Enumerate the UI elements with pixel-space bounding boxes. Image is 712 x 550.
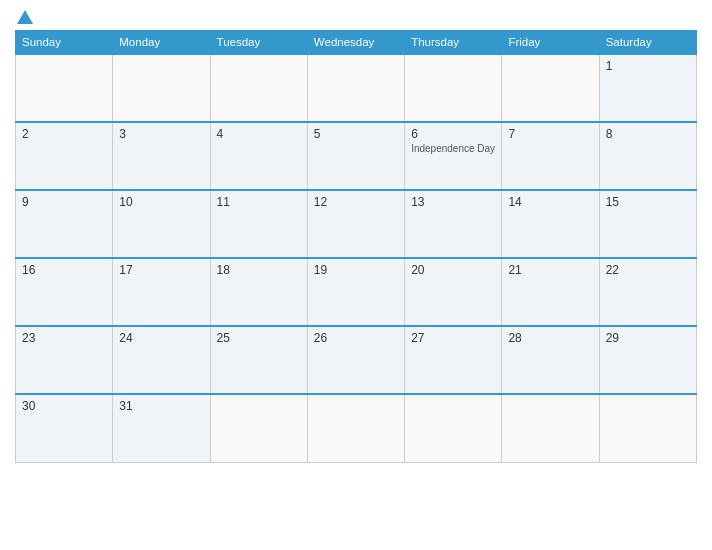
- day-number: 12: [314, 195, 398, 209]
- calendar-day-cell: 1: [599, 54, 696, 122]
- calendar-day-cell: 26: [307, 326, 404, 394]
- calendar-day-cell: [210, 394, 307, 462]
- calendar-day-cell: 5: [307, 122, 404, 190]
- calendar-day-cell: 28: [502, 326, 599, 394]
- weekday-header: Wednesday: [307, 31, 404, 55]
- calendar-day-cell: 18: [210, 258, 307, 326]
- calendar-day-cell: 7: [502, 122, 599, 190]
- day-number: 9: [22, 195, 106, 209]
- event-label: Independence Day: [411, 143, 495, 154]
- day-number: 3: [119, 127, 203, 141]
- day-number: 20: [411, 263, 495, 277]
- day-number: 19: [314, 263, 398, 277]
- day-number: 27: [411, 331, 495, 345]
- calendar-day-cell: [502, 54, 599, 122]
- calendar-day-cell: [210, 54, 307, 122]
- day-number: 24: [119, 331, 203, 345]
- day-number: 31: [119, 399, 203, 413]
- calendar-day-cell: 4: [210, 122, 307, 190]
- calendar-day-cell: 27: [405, 326, 502, 394]
- calendar-day-cell: 23: [16, 326, 113, 394]
- calendar-day-cell: [405, 54, 502, 122]
- calendar-day-cell: 30: [16, 394, 113, 462]
- calendar-day-cell: 14: [502, 190, 599, 258]
- calendar-page: SundayMondayTuesdayWednesdayThursdayFrid…: [0, 0, 712, 550]
- calendar-body: 123456Independence Day789101112131415161…: [16, 54, 697, 462]
- calendar-day-cell: 3: [113, 122, 210, 190]
- calendar-day-cell: 13: [405, 190, 502, 258]
- weekday-header: Friday: [502, 31, 599, 55]
- calendar-day-cell: 20: [405, 258, 502, 326]
- calendar-day-cell: 31: [113, 394, 210, 462]
- calendar-day-cell: [16, 54, 113, 122]
- calendar-day-cell: 17: [113, 258, 210, 326]
- calendar-day-cell: 15: [599, 190, 696, 258]
- day-number: 29: [606, 331, 690, 345]
- calendar-day-cell: [113, 54, 210, 122]
- day-number: 13: [411, 195, 495, 209]
- calendar-day-cell: 22: [599, 258, 696, 326]
- calendar-day-cell: 9: [16, 190, 113, 258]
- calendar-day-cell: 2: [16, 122, 113, 190]
- day-number: 11: [217, 195, 301, 209]
- calendar-header: [15, 10, 697, 24]
- day-number: 2: [22, 127, 106, 141]
- weekday-header: Sunday: [16, 31, 113, 55]
- calendar-day-cell: 19: [307, 258, 404, 326]
- day-number: 15: [606, 195, 690, 209]
- day-number: 23: [22, 331, 106, 345]
- calendar-day-cell: [307, 394, 404, 462]
- weekday-header: Monday: [113, 31, 210, 55]
- day-number: 25: [217, 331, 301, 345]
- calendar-day-cell: 10: [113, 190, 210, 258]
- day-number: 16: [22, 263, 106, 277]
- logo-triangle-icon: [17, 10, 33, 24]
- calendar-day-cell: 29: [599, 326, 696, 394]
- calendar-day-cell: 6Independence Day: [405, 122, 502, 190]
- day-number: 14: [508, 195, 592, 209]
- calendar-week-row: 23242526272829: [16, 326, 697, 394]
- calendar-day-cell: [502, 394, 599, 462]
- calendar-day-cell: [307, 54, 404, 122]
- calendar-table: SundayMondayTuesdayWednesdayThursdayFrid…: [15, 30, 697, 463]
- day-number: 8: [606, 127, 690, 141]
- calendar-day-cell: 16: [16, 258, 113, 326]
- calendar-day-cell: 21: [502, 258, 599, 326]
- day-number: 6: [411, 127, 495, 141]
- day-number: 10: [119, 195, 203, 209]
- calendar-day-cell: 25: [210, 326, 307, 394]
- weekday-header: Thursday: [405, 31, 502, 55]
- day-number: 28: [508, 331, 592, 345]
- calendar-week-row: 1: [16, 54, 697, 122]
- day-number: 18: [217, 263, 301, 277]
- calendar-day-cell: [599, 394, 696, 462]
- day-number: 22: [606, 263, 690, 277]
- calendar-day-cell: 12: [307, 190, 404, 258]
- calendar-day-cell: [405, 394, 502, 462]
- day-number: 21: [508, 263, 592, 277]
- logo: [15, 10, 35, 24]
- calendar-week-row: 3031: [16, 394, 697, 462]
- calendar-day-cell: 11: [210, 190, 307, 258]
- calendar-week-row: 9101112131415: [16, 190, 697, 258]
- weekday-header: Saturday: [599, 31, 696, 55]
- day-number: 5: [314, 127, 398, 141]
- day-number: 4: [217, 127, 301, 141]
- calendar-week-row: 16171819202122: [16, 258, 697, 326]
- day-number: 26: [314, 331, 398, 345]
- day-number: 17: [119, 263, 203, 277]
- calendar-header-row: SundayMondayTuesdayWednesdayThursdayFrid…: [16, 31, 697, 55]
- weekday-header: Tuesday: [210, 31, 307, 55]
- day-number: 1: [606, 59, 690, 73]
- day-number: 7: [508, 127, 592, 141]
- day-number: 30: [22, 399, 106, 413]
- calendar-day-cell: 24: [113, 326, 210, 394]
- calendar-day-cell: 8: [599, 122, 696, 190]
- calendar-week-row: 23456Independence Day78: [16, 122, 697, 190]
